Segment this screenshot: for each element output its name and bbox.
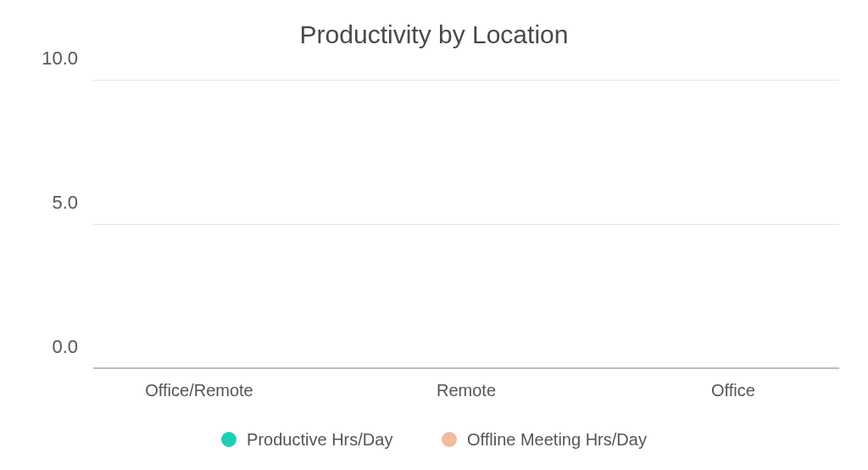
xlabel-office: Office: [711, 369, 755, 400]
chart-title: Productivity by Location: [0, 20, 868, 49]
plot-area: 10.0 5.0 0.0 Office/Remote Remote Office: [93, 81, 839, 369]
legend-productive-label: Productive Hrs/Day: [247, 430, 392, 450]
ytick-10: 10.0: [42, 48, 93, 70]
productivity-chart: Productivity by Location 10.0 5.0 0.0 Of…: [0, 0, 868, 470]
legend: Productive Hrs/Day Offline Meeting Hrs/D…: [0, 430, 868, 452]
legend-productive: Productive Hrs/Day: [221, 430, 392, 450]
ytick-5: 5.0: [52, 192, 93, 214]
gridline-10: [93, 80, 839, 81]
legend-offline-label: Offline Meeting Hrs/Day: [467, 430, 647, 450]
legend-offline: Offline Meeting Hrs/Day: [442, 430, 647, 450]
swatch-productive: [221, 432, 236, 447]
xlabel-remote: Remote: [437, 369, 496, 400]
xlabel-office-remote: Office/Remote: [145, 369, 253, 400]
ytick-0: 0.0: [52, 336, 93, 358]
swatch-offline: [442, 432, 457, 447]
gridline-5: [93, 224, 839, 225]
